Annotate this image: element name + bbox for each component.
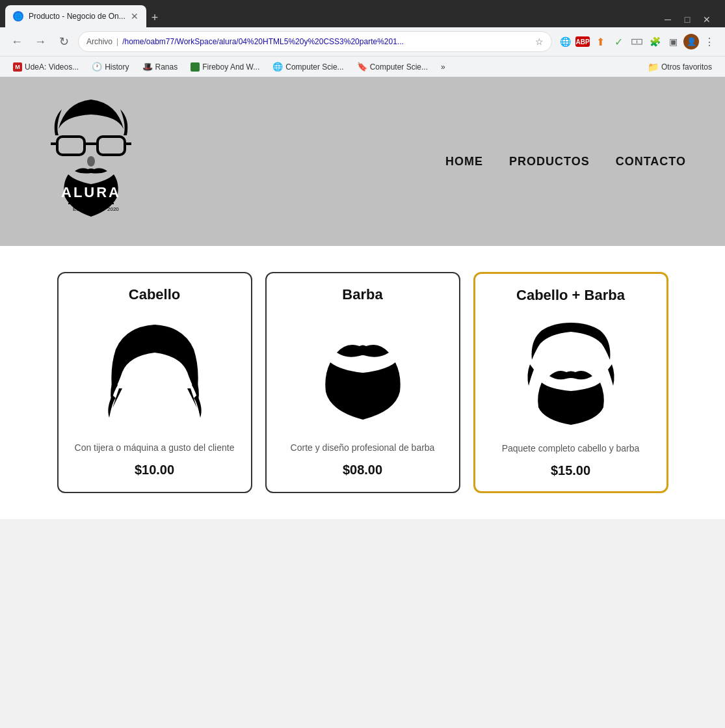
card-barba-price: $08.00 — [343, 463, 382, 478]
bookmark-cs1-label: Computer Scie... — [285, 62, 343, 72]
address-bar[interactable]: Archivo | /home/oabm77/WorkSpace/alura/0… — [78, 31, 552, 52]
udea-icon: M — [13, 62, 22, 72]
card-cabello-barba-price: $15.00 — [551, 463, 590, 478]
profile-avatar[interactable]: 👤 — [683, 34, 699, 49]
card-cabello: Cabello Con tijera o máquina a gust — [57, 272, 252, 493]
site-navigation: HOME PRODUCTOS CONTACTO — [445, 155, 686, 169]
card-cabello-description: Con tijera o máquina a gusto del cliente — [75, 441, 235, 455]
archive-label: Archivo — [86, 37, 112, 46]
products-section: Cabello Con tijera o máquina a gust — [0, 246, 725, 519]
puzzle-icon[interactable]: 🧩 — [647, 34, 663, 49]
card-barba-description: Corte y diseño profesional de barba — [291, 441, 435, 455]
bookmark-ranas-label: Ranas — [155, 62, 178, 72]
svg-text:2020: 2020 — [107, 206, 119, 212]
more-bookmarks-button[interactable]: » — [436, 61, 451, 74]
navigation-bar: ← → ↻ Archivo | /home/oabm77/WorkSpace/a… — [0, 27, 725, 56]
bookmark-cs2-label: Computer Scie... — [370, 62, 428, 72]
ranas-icon: 🎩 — [142, 62, 153, 72]
card-cabello-barba-description: Paquete completo cabello y barba — [502, 442, 640, 455]
bookmark-udea[interactable]: M UdeA: Videos... — [8, 61, 84, 74]
bookmark-ranas[interactable]: 🎩 Ranas — [137, 60, 183, 74]
bookmark-fireboy-label: Fireboy And W... — [202, 62, 259, 72]
card-cabello-barba-title: Cabello + Barba — [516, 287, 625, 304]
browser-chrome: 🌐 Producto - Negocio de On... ✕ + ─ □ ✕ … — [0, 0, 725, 77]
logo-svg: ALURA ESTD 2020 — [39, 90, 143, 233]
svg-text:ESTD: ESTD — [73, 206, 87, 212]
tab-favicon: 🌐 — [13, 11, 23, 21]
svg-rect-0 — [57, 137, 85, 155]
card-cabello-barba-image — [512, 314, 629, 431]
history-icon: 🕐 — [92, 62, 102, 72]
card-cabello-image — [96, 314, 213, 431]
card-cabello-price: $10.00 — [135, 463, 174, 478]
extension1-icon[interactable]: ⬆ — [592, 34, 608, 49]
maximize-button[interactable]: □ — [679, 12, 695, 27]
card-cabello-title: Cabello — [129, 286, 180, 303]
tab-title: Producto - Negocio de On... — [29, 12, 125, 21]
nav-home[interactable]: HOME — [445, 155, 483, 169]
svg-rect-1 — [98, 137, 125, 155]
fireboy-icon — [191, 62, 200, 72]
extension2-icon[interactable]: ✓ — [611, 34, 626, 49]
other-favorites-label: Otros favoritos — [661, 62, 712, 72]
back-button[interactable]: ← — [8, 33, 26, 51]
globe-icon[interactable]: 🌐 — [557, 34, 573, 49]
tab-close-button[interactable]: ✕ — [131, 11, 138, 21]
bookmarks-bar: M UdeA: Videos... 🕐 History 🎩 Ranas Fire… — [0, 56, 725, 77]
svg-text:ALURA: ALURA — [61, 184, 121, 200]
svg-point-5 — [87, 156, 95, 167]
new-tab-button[interactable]: + — [146, 8, 164, 27]
cs2-icon: 🔖 — [357, 62, 367, 72]
cs1-icon: 🌐 — [272, 62, 283, 72]
bookmark-history-label: History — [105, 62, 129, 72]
close-button[interactable]: ✕ — [699, 12, 715, 27]
site-logo: ALURA ESTD 2020 — [39, 90, 143, 233]
bookmark-fireboy[interactable]: Fireboy And W... — [185, 61, 265, 74]
folder-icon: 📁 — [648, 62, 659, 72]
minimize-button[interactable]: ─ — [660, 12, 676, 27]
bookmark-cs2[interactable]: 🔖 Computer Scie... — [352, 60, 433, 74]
card-barba-image — [304, 314, 421, 431]
card-cabello-barba: Cabello + Barba Paquete completo cabello… — [473, 272, 668, 493]
bookmark-udea-label: UdeA: Videos... — [25, 62, 79, 72]
site-header: ALURA ESTD 2020 HOME PRODUCTOS CONTACTO — [0, 77, 725, 246]
active-tab[interactable]: 🌐 Producto - Negocio de On... ✕ — [5, 5, 146, 27]
website-content: ALURA ESTD 2020 HOME PRODUCTOS CONTACTO … — [0, 77, 725, 519]
bookmark-cs1[interactable]: 🌐 Computer Scie... — [267, 60, 349, 74]
more-bookmarks-icon: » — [441, 62, 445, 72]
nav-contacto[interactable]: CONTACTO — [616, 155, 686, 169]
bookmark-history[interactable]: 🕐 History — [86, 60, 134, 74]
menu-icon[interactable]: ⋮ — [702, 34, 717, 49]
star-icon[interactable]: ☆ — [535, 36, 544, 47]
tab-bar: 🌐 Producto - Negocio de On... ✕ + ─ □ ✕ — [0, 0, 725, 27]
address-text: /home/oabm77/WorkSpace/alura/04%20HTML5%… — [122, 37, 404, 46]
extension3-icon[interactable]: 🀱 — [629, 34, 644, 49]
other-favorites-folder[interactable]: 📁 Otros favoritos — [642, 60, 717, 74]
sidebar-icon[interactable]: ▣ — [665, 34, 681, 49]
refresh-button[interactable]: ↻ — [55, 33, 73, 51]
nav-productos[interactable]: PRODUCTOS — [509, 155, 590, 169]
toolbar-icons: 🌐 ABP ⬆ ✓ 🀱 🧩 ▣ 👤 ⋮ — [557, 34, 717, 49]
adblock-icon[interactable]: ABP — [575, 36, 590, 47]
cards-container: Cabello Con tijera o máquina a gust — [39, 272, 686, 493]
card-barba: Barba Corte y diseño profesional de barb… — [265, 272, 460, 493]
forward-button[interactable]: → — [31, 33, 49, 51]
card-barba-title: Barba — [342, 286, 382, 303]
